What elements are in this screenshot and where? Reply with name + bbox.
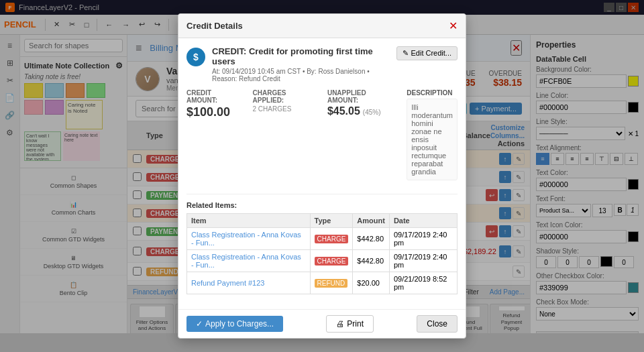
- unapplied-pct: (45%): [363, 109, 381, 116]
- related-col-type: Type: [310, 214, 353, 228]
- credit-amount-value: $100.00: [186, 105, 242, 119]
- apply-to-charges-btn[interactable]: ✓ Apply to Charges...: [186, 316, 283, 332]
- credit-details-modal: Credit Details ✕ $ CREDIT: Credit for pr…: [178, 13, 466, 339]
- related-items-table: Item Type Amount Date Class Registreatio…: [186, 213, 458, 294]
- credit-header: $ CREDIT: Credit for promoting first tim…: [186, 46, 458, 82]
- related-amount-1: $442.80: [353, 228, 390, 250]
- related-row-3: Refund Payment #123 REFUND $20.00 09/21/…: [187, 272, 458, 294]
- credit-amounts: CREDIT AMOUNT: $100.00 CHARGES APPLIED: …: [186, 89, 458, 194]
- print-icon: 🖨: [336, 319, 344, 329]
- related-col-amount: Amount: [353, 214, 390, 228]
- print-btn[interactable]: 🖨 Print: [326, 315, 374, 333]
- modal-close-btn[interactable]: ✕: [449, 19, 458, 32]
- related-date-3: 09/21/2019 8:52 pm: [389, 272, 457, 294]
- related-item-link-2[interactable]: Class Registreation - Anna Kovas - Fun..…: [191, 253, 301, 269]
- related-item-link-3[interactable]: Refund Payment #123: [191, 279, 264, 287]
- modal-title: Credit Details: [186, 21, 243, 31]
- related-row-2: Class Registreation - Anna Kovas - Fun..…: [187, 250, 458, 272]
- description-item: DESCRIPTION Illi moderantum homini zonae…: [407, 89, 458, 187]
- credit-title: CREDIT: Credit for promoting first time …: [212, 46, 390, 66]
- credit-amount-item: CREDIT AMOUNT: $100.00: [186, 89, 242, 187]
- related-type-refund-3: REFUND: [315, 279, 348, 288]
- related-item-link-1[interactable]: Class Registreation - Anna Kovas - Fun..…: [191, 231, 301, 247]
- related-amount-2: $442.80: [353, 250, 390, 272]
- unapplied-value: $45.05: [327, 105, 360, 117]
- related-title: Related Items:: [186, 201, 458, 209]
- modal-close-footer-btn[interactable]: Close: [417, 315, 458, 333]
- credit-description: Illi moderantum homini zonae ne ensis in…: [407, 99, 458, 180]
- related-col-date: Date: [389, 214, 457, 228]
- related-date-2: 09/17/2019 2:40 pm: [389, 250, 457, 272]
- related-type-charge-2: CHARGE: [315, 257, 349, 266]
- related-col-item: Item: [187, 214, 311, 228]
- related-row-1: Class Registreation - Anna Kovas - Fun..…: [187, 228, 458, 250]
- modal-header: Credit Details ✕: [178, 14, 466, 38]
- apply-check-icon: ✓: [196, 319, 203, 329]
- charges-applied-value: 2 CHARGES: [253, 105, 317, 113]
- modal-footer: ✓ Apply to Charges... 🖨 Print Close: [178, 309, 466, 338]
- related-amount-3: $20.00: [353, 272, 390, 294]
- unapplied-amount-item: UNAPPLIED AMOUNT: $45.05 (45%): [327, 89, 396, 187]
- credit-dollar-icon: $: [186, 48, 205, 66]
- edit-credit-btn[interactable]: ✎ Edit Credit...: [396, 46, 458, 60]
- credit-meta: At: 09/14/2019 10:45 am CST • By: Ross D…: [212, 68, 390, 82]
- related-type-charge-1: CHARGE: [315, 235, 349, 243]
- credit-title-area: CREDIT: Credit for promoting first time …: [212, 46, 390, 82]
- charges-applied-item: CHARGES APPLIED: 2 CHARGES: [253, 89, 317, 187]
- related-date-1: 09/17/2019 2:40 pm: [389, 228, 457, 250]
- modal-overlay: Credit Details ✕ $ CREDIT: Credit for pr…: [0, 0, 644, 352]
- modal-body: $ CREDIT: Credit for promoting first tim…: [178, 38, 466, 309]
